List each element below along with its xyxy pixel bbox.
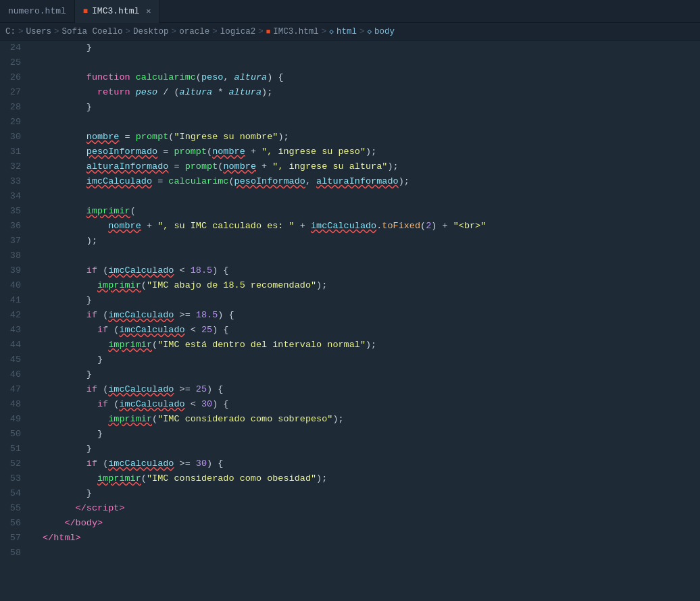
breadcrumb: C: > Users > Sofia Coello > Desktop > or… <box>0 23 700 41</box>
tab-numero-label: numero.html <box>8 6 66 16</box>
tab-imc3-label: IMC3.html <box>92 6 139 16</box>
code-line-49: imprimir("IMC considerado como sobrepeso… <box>43 412 700 427</box>
code-line-42: if (imcCalculado >= 18.5) { <box>43 308 700 323</box>
code-editor[interactable]: 24 25 26 27 28 29 30 31 32 33 34 35 36 3… <box>0 41 700 601</box>
crumb-sofia: Sofia Coello <box>62 27 123 36</box>
code-line-53: imprimir("IMC considerado como obesidad"… <box>43 471 700 486</box>
tab-numero[interactable]: numero.html <box>0 0 75 23</box>
code-line-32: alturaInformado = prompt(nombre + ", ing… <box>43 159 700 174</box>
line-numbers: 24 25 26 27 28 29 30 31 32 33 34 35 36 3… <box>0 41 37 560</box>
code-line-54: } <box>43 486 700 501</box>
code-line-48: if (imcCalculado < 30) { <box>43 397 700 412</box>
crumb-body-node: body <box>374 27 395 36</box>
code-line-37: ); <box>43 234 700 249</box>
tab-imc3-icon: ■ <box>83 7 88 16</box>
code-content: } function calcularimc(peso, altura) { r… <box>37 41 700 560</box>
code-line-33: imcCalculado = calcularimc(pesoInformado… <box>43 174 700 189</box>
html-tag-icon: ◇ <box>329 27 334 36</box>
crumb-logica2: logica2 <box>220 27 256 36</box>
tab-imc3[interactable]: ■ IMC3.html ✕ <box>75 0 160 23</box>
code-line-58 <box>43 546 700 560</box>
code-line-57: </html> <box>43 531 700 546</box>
code-line-40: imprimir("IMC abajo de 18.5 recomendado"… <box>43 278 700 293</box>
code-line-52: if (imcCalculado >= 30) { <box>43 456 700 471</box>
code-line-38 <box>43 249 700 263</box>
code-line-24: } <box>43 41 700 55</box>
code-line-36: nombre + ", su IMC calculado es: " + imc… <box>43 219 700 234</box>
code-line-55: </script> <box>43 501 700 516</box>
code-line-44: imprimir("IMC está dentro del intervalo … <box>43 338 700 352</box>
code-line-50: } <box>43 427 700 442</box>
crumb-oracle: oracle <box>179 27 209 36</box>
code-line-25 <box>43 55 700 70</box>
code-line-28: } <box>43 100 700 115</box>
crumb-file: IMC3.html <box>273 27 319 36</box>
crumb-users: Users <box>26 27 52 36</box>
body-tag-icon: ◇ <box>367 27 372 36</box>
code-line-29 <box>43 115 700 130</box>
code-line-41: } <box>43 293 700 308</box>
code-line-46: } <box>43 367 700 382</box>
code-line-51: } <box>43 442 700 456</box>
code-line-45: } <box>43 352 700 367</box>
code-line-27: return peso / (altura * altura); <box>43 85 700 100</box>
crumb-html-node: html <box>336 27 357 36</box>
code-line-26: function calcularimc(peso, altura) { <box>43 70 700 85</box>
code-container: 24 25 26 27 28 29 30 31 32 33 34 35 36 3… <box>0 41 700 560</box>
code-line-34 <box>43 189 700 204</box>
crumb-c: C: <box>5 27 16 36</box>
html-file-icon: ■ <box>266 28 271 36</box>
code-line-56: </body> <box>43 516 700 531</box>
tab-bar: numero.html ■ IMC3.html ✕ <box>0 0 700 23</box>
code-line-35: imprimir( <box>43 204 700 219</box>
code-line-30: nombre = prompt("Ingrese su nombre"); <box>43 130 700 145</box>
code-line-39: if (imcCalculado < 18.5) { <box>43 263 700 278</box>
code-line-31: pesoInformado = prompt(nombre + ", ingre… <box>43 145 700 159</box>
tab-close-button[interactable]: ✕ <box>146 6 151 16</box>
code-line-47: if (imcCalculado >= 25) { <box>43 382 700 397</box>
code-line-43: if (imcCalculado < 25) { <box>43 323 700 338</box>
crumb-desktop: Desktop <box>133 27 169 36</box>
